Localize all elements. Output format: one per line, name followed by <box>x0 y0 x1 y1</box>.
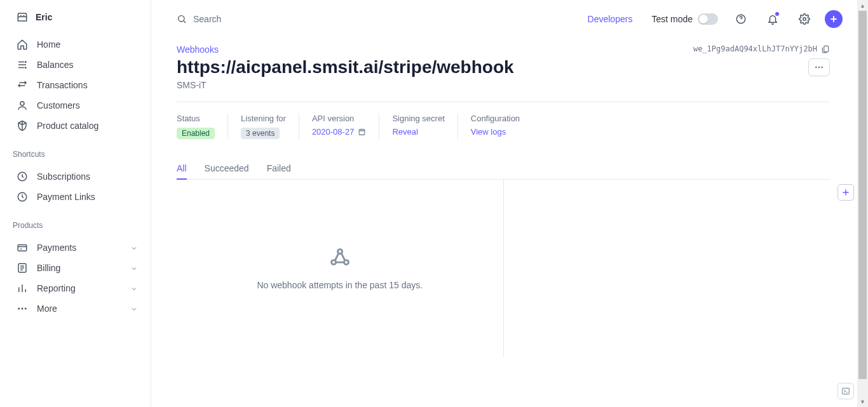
notifications-button[interactable] <box>764 10 782 28</box>
reveal-secret-link[interactable]: Reveal <box>392 127 444 137</box>
tabs: All Succeeded Failed <box>177 158 830 180</box>
clipboard-icon <box>821 44 830 53</box>
nav-products: Payments Billing Reporting More <box>0 234 151 323</box>
nav-reporting[interactable]: Reporting <box>0 278 151 298</box>
empty-state-text: No webhook attempts in the past 15 days. <box>257 280 423 290</box>
attempts-panel: No webhook attempts in the past 15 days. <box>177 180 830 357</box>
breadcrumb[interactable]: Webhooks <box>177 44 219 55</box>
nav-payment-links[interactable]: Payment Links <box>0 187 151 207</box>
svg-point-19 <box>331 260 336 265</box>
home-icon <box>17 39 28 50</box>
nav-transactions[interactable]: Transactions <box>0 75 151 95</box>
floating-add-button[interactable] <box>837 184 854 201</box>
nav-subscriptions[interactable]: Subscriptions <box>0 166 151 187</box>
create-button[interactable] <box>825 10 843 28</box>
svg-point-7 <box>18 308 20 310</box>
reporting-icon <box>17 283 28 294</box>
meta-signing-secret: Signing secret Reveal <box>379 114 458 139</box>
plus-icon <box>829 14 839 24</box>
products-label: Products <box>0 211 151 234</box>
scroll-down-arrow[interactable]: ▼ <box>857 396 868 407</box>
account-name: Eric <box>36 12 52 22</box>
tab-failed[interactable]: Failed <box>267 158 291 180</box>
product-catalog-icon <box>17 120 28 131</box>
scroll-up-arrow[interactable]: ▲ <box>857 0 868 11</box>
page-title: https://aicpanel.smsit.ai/stripe/webhook <box>177 57 514 77</box>
account-switcher[interactable]: Eric <box>0 11 151 30</box>
main: Search Developers Test mode <box>151 0 868 407</box>
status-badge: Enabled <box>177 128 215 139</box>
svg-point-8 <box>22 308 24 310</box>
nav-more[interactable]: More <box>0 298 151 319</box>
developers-link[interactable]: Developers <box>588 14 633 24</box>
test-mode-toggle[interactable] <box>698 13 718 25</box>
plus-icon <box>841 187 851 197</box>
webhook-id-text: we_1Pg9adAQ94xlLhJT7nYYj2bH <box>693 44 817 53</box>
tab-succeeded[interactable]: Succeeded <box>205 158 249 180</box>
divider <box>177 102 830 102</box>
search[interactable]: Search <box>177 14 580 24</box>
billing-icon <box>17 262 28 274</box>
clock-icon <box>17 171 28 182</box>
nav-product-catalog[interactable]: Product catalog <box>0 116 151 136</box>
transactions-icon <box>17 79 28 91</box>
svg-rect-13 <box>824 46 829 51</box>
svg-point-14 <box>815 67 817 68</box>
shortcuts-label: Shortcuts <box>0 140 151 163</box>
chevron-down-icon <box>130 264 138 272</box>
chevron-down-icon <box>130 305 138 312</box>
scroll-thumb[interactable] <box>858 11 867 379</box>
svg-point-0 <box>25 62 27 63</box>
svg-point-10 <box>179 16 184 22</box>
attempt-detail <box>504 180 831 357</box>
svg-point-1 <box>25 67 27 69</box>
nav-customers[interactable]: Customers <box>0 95 151 116</box>
view-logs-link[interactable]: View logs <box>471 127 520 137</box>
test-mode-label: Test mode <box>651 14 693 24</box>
help-icon <box>735 13 747 25</box>
search-icon <box>177 14 187 24</box>
events-badge[interactable]: 3 events <box>241 128 280 139</box>
svg-point-20 <box>344 260 348 265</box>
clock-icon <box>17 191 28 203</box>
meta-status: Status Enabled <box>177 114 228 139</box>
svg-point-18 <box>337 250 342 254</box>
more-actions-button[interactable] <box>808 58 830 76</box>
nav-main: Home Balances Transactions Customers Pro… <box>0 30 151 140</box>
search-placeholder: Search <box>193 14 221 24</box>
tab-all[interactable]: All <box>177 158 187 180</box>
svg-point-12 <box>803 18 806 21</box>
store-icon <box>17 11 28 23</box>
webhook-icon <box>329 247 351 271</box>
nav-billing[interactable]: Billing <box>0 258 151 278</box>
payments-icon <box>17 242 28 253</box>
svg-point-16 <box>822 67 823 68</box>
topbar: Search Developers Test mode <box>151 0 868 38</box>
page-subtitle: SMS-iT <box>177 80 830 90</box>
ellipsis-icon <box>815 66 824 69</box>
scrollbar[interactable]: ▲ ▼ <box>857 0 868 407</box>
svg-rect-17 <box>360 130 365 135</box>
svg-point-15 <box>818 67 820 68</box>
meta-listening: Listening for 3 events <box>228 114 299 139</box>
nav-balances[interactable]: Balances <box>0 55 151 75</box>
balances-icon <box>17 59 28 70</box>
webhook-id[interactable]: we_1Pg9adAQ94xlLhJT7nYYj2bH <box>693 44 830 53</box>
meta-api-version: API version 2020-08-27 <box>299 114 380 139</box>
settings-button[interactable] <box>796 10 813 28</box>
terminal-icon <box>841 387 850 396</box>
nav-home[interactable]: Home <box>0 34 151 55</box>
nav-shortcuts: Subscriptions Payment Links <box>0 163 151 211</box>
chevron-down-icon <box>130 244 138 251</box>
meta-row: Status Enabled Listening for 3 events AP… <box>177 114 830 139</box>
chevron-down-icon <box>130 284 138 292</box>
test-mode-wrap: Test mode <box>651 13 718 25</box>
terminal-button[interactable] <box>837 383 854 399</box>
notification-dot <box>775 12 779 16</box>
nav-payments[interactable]: Payments <box>0 237 151 258</box>
attempts-list: No webhook attempts in the past 15 days. <box>177 180 504 357</box>
help-button[interactable] <box>732 10 750 28</box>
svg-point-9 <box>25 308 27 310</box>
api-version-value[interactable]: 2020-08-27 <box>312 127 367 137</box>
gear-icon <box>799 13 810 25</box>
